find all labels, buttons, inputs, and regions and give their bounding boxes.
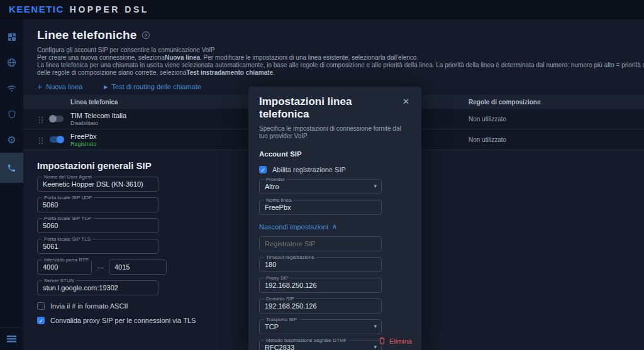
dashboard-icon: [8, 33, 16, 41]
rtp-range-separator: —: [97, 263, 104, 271]
enable-registration-label: Abilita registrazione SIP: [272, 166, 346, 173]
modal-subtitle: Specifica le impostazioni di connessione…: [259, 125, 411, 140]
phone-icon: [7, 163, 16, 173]
delete-line-button[interactable]: Elimina: [379, 337, 412, 346]
line-enable-toggle[interactable]: [50, 116, 64, 122]
sidebar-item-security[interactable]: [0, 101, 23, 127]
brand-logo: KEENETIC HOPPER DSL: [9, 4, 149, 14]
gear-icon: ⚙: [7, 135, 16, 145]
tcp-port-field-wrap: Porta locale SIP TCP: [37, 218, 158, 233]
transport-select[interactable]: Trasporto SIP TCP ▾: [259, 319, 382, 334]
sidebar-nav: ⚙: [0, 19, 23, 350]
chevron-down-icon: ▾: [374, 183, 377, 189]
sidebar-item-dashboard[interactable]: [0, 24, 23, 50]
new-line-button[interactable]: + Nuova linea: [37, 83, 82, 90]
ascii-checkbox[interactable]: ✓: [37, 302, 45, 310]
domain-field-wrap: Dominio SIP: [259, 298, 382, 314]
wifi-icon: [7, 84, 16, 92]
tls-proxy-checkbox-label: Convalida proxy SIP per le connessioni v…: [50, 317, 196, 324]
check-icon: ✓: [260, 167, 265, 173]
rtp-from-field-wrap: Intervallo porta RTP: [37, 260, 92, 275]
sidebar-menu-toggle[interactable]: [0, 327, 23, 350]
user-agent-field-wrap: Nome del User Agent: [37, 177, 158, 192]
drag-handle-icon[interactable]: [38, 136, 43, 147]
hamburger-icon: [7, 334, 16, 345]
intro-line-1: Configura gli account SIP per consentire…: [37, 46, 644, 54]
sidebar-item-wifi[interactable]: [0, 75, 23, 101]
enable-registration-checkbox[interactable]: ✓: [259, 166, 267, 173]
line-name: FreePbx: [70, 133, 97, 140]
registrar-input[interactable]: [260, 237, 381, 251]
globe-icon: [7, 58, 16, 67]
rtp-to-input[interactable]: [109, 260, 166, 274]
line-name: TIM Telecom Italia: [70, 112, 126, 119]
check-icon: ✓: [38, 304, 43, 310]
line-status: Registrato: [70, 141, 96, 147]
registrar-field-wrap: [259, 236, 382, 251]
account-sip-heading: Account SIP: [259, 150, 411, 158]
sidebar-item-telephony[interactable]: [0, 153, 23, 183]
brand-keenetic: KEENETIC: [9, 4, 64, 14]
drag-handle-icon[interactable]: [38, 115, 43, 126]
ascii-checkbox-label: Invia il # in formato ASCII: [50, 302, 128, 310]
check-icon: ✓: [38, 318, 43, 324]
intro-line-2: Per creare una nuova connessione, selezi…: [37, 54, 644, 62]
sidebar-item-internet[interactable]: [0, 50, 23, 75]
timeout-field-wrap: Timeout registrazione: [259, 257, 382, 272]
line-rules: Non utilizzato: [469, 136, 506, 143]
tls-proxy-checkbox[interactable]: ✓: [37, 317, 45, 324]
modal-title: Impostazioni linea telefonica: [259, 96, 401, 121]
line-enable-toggle[interactable]: [50, 136, 64, 143]
sidebar-item-settings[interactable]: ⚙: [0, 127, 23, 153]
line-name-field-wrap: Nome linea: [259, 200, 382, 215]
chevron-down-icon: ▾: [374, 344, 377, 350]
hide-settings-link[interactable]: Nascondi impostazioni ∧: [259, 222, 411, 231]
column-header-rules: Regole di composizione: [469, 99, 540, 106]
intro-line-4: delle regole di composizione siano corre…: [37, 69, 644, 77]
top-header: KEENETIC HOPPER DSL: [0, 0, 644, 19]
chevron-up-icon: ∧: [332, 222, 337, 231]
line-status: Disabilitato: [70, 120, 98, 126]
chevron-down-icon: ▾: [374, 323, 377, 329]
page-title: Linee telefoniche: [37, 28, 137, 42]
line-rules: Non utilizzato: [469, 116, 506, 123]
help-icon[interactable]: ?: [142, 31, 150, 39]
provider-select[interactable]: Provider Altro ▾: [259, 179, 382, 194]
plus-icon: +: [37, 84, 42, 90]
dtmf-select[interactable]: Metodo trasmissione segnale DTMF RFC2833…: [259, 340, 382, 350]
routing-test-button[interactable]: ▶ Test di routing delle chiamate: [104, 83, 201, 90]
play-icon: ▶: [104, 84, 108, 90]
line-settings-modal: Impostazioni linea telefonica ✕ Specific…: [248, 87, 421, 350]
column-header-line: Linea telefonica: [70, 99, 118, 106]
rtp-to-field-wrap: [109, 260, 167, 275]
intro-line-3: La linea telefonica per una chiamata in …: [37, 62, 644, 69]
tls-port-field-wrap: Porta locale SIP TLS: [37, 239, 158, 254]
proxy-field-wrap: Proxy SIP: [259, 278, 382, 293]
shield-icon: [8, 110, 16, 119]
close-icon[interactable]: ✕: [401, 96, 411, 108]
udp-port-field-wrap: Porta locale SIP UDP: [37, 197, 158, 212]
stun-field-wrap: Server STUN: [37, 280, 158, 295]
trash-icon: [379, 337, 386, 346]
brand-model: HOPPER DSL: [70, 4, 149, 14]
page-intro: Configura gli account SIP per consentire…: [37, 46, 644, 77]
